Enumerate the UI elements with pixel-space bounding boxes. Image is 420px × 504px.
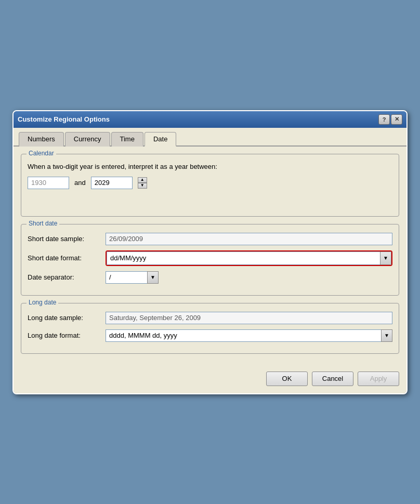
short-date-sample-label: Short date sample: (28, 235, 106, 243)
title-bar: Customize Regional Options ? ✕ (14, 111, 406, 128)
apply-button[interactable]: Apply (358, 372, 399, 386)
cancel-button[interactable]: Cancel (312, 372, 353, 386)
short-date-format-dropdown-highlighted: ▼ (106, 250, 392, 266)
calendar-group-label: Calendar (27, 150, 56, 157)
spinner-down-button[interactable]: ▼ (138, 183, 147, 189)
and-text: and (74, 179, 86, 187)
long-date-sample-label: Long date sample: (28, 314, 106, 322)
short-date-format-row: Short date format: ▼ (28, 250, 392, 266)
calendar-group-content: When a two-digit year is entered, interp… (28, 160, 392, 210)
spinner-up-button[interactable]: ▲ (138, 177, 147, 183)
short-date-format-dropdown-button[interactable]: ▼ (380, 251, 391, 265)
tab-date[interactable]: Date (145, 132, 176, 147)
tab-bar: Numbers Currency Time Date (14, 128, 406, 147)
title-bar-buttons: ? ✕ (378, 114, 402, 125)
long-date-format-row: Long date format: ▼ (28, 329, 392, 342)
long-date-sample-input (106, 312, 392, 324)
short-date-sample-row: Short date sample: (28, 233, 392, 245)
tab-currency[interactable]: Currency (65, 132, 110, 147)
short-date-sample-input (106, 233, 392, 245)
calendar-description: When a two-digit year is entered, interp… (28, 163, 392, 170)
date-separator-dropdown: ▼ (106, 271, 178, 284)
long-date-format-dropdown: ▼ (106, 329, 392, 342)
short-date-format-label: Short date format: (28, 254, 106, 262)
dialog-content: Calendar When a two-digit year is entere… (14, 147, 406, 366)
date-separator-label: Date separator: (28, 273, 106, 281)
calendar-group: Calendar When a two-digit year is entere… (21, 154, 399, 217)
short-date-format-input[interactable] (107, 251, 380, 265)
short-date-content: Short date sample: Short date format: ▼ … (28, 230, 392, 284)
dialog-title: Customize Regional Options (18, 115, 110, 123)
long-date-group: Long date Long date sample: Long date fo… (21, 303, 399, 354)
date-separator-dropdown-button[interactable]: ▼ (147, 271, 159, 284)
long-date-content: Long date sample: Long date format: ▼ (28, 309, 392, 342)
long-date-format-label: Long date format: (28, 331, 106, 339)
button-bar: OK Cancel Apply (14, 366, 406, 393)
date-separator-row: Date separator: ▼ (28, 271, 392, 284)
long-date-group-label: Long date (27, 299, 58, 306)
date-separator-input[interactable] (106, 271, 147, 284)
long-date-format-dropdown-button[interactable]: ▼ (381, 329, 392, 342)
short-date-group-label: Short date (27, 220, 59, 227)
year-range-row: and ▲ ▼ (28, 177, 392, 189)
close-button[interactable]: ✕ (391, 114, 402, 125)
ok-button[interactable]: OK (266, 372, 308, 386)
help-button[interactable]: ? (378, 114, 390, 125)
year-start-input[interactable] (28, 177, 69, 189)
tab-numbers[interactable]: Numbers (19, 132, 64, 147)
long-date-sample-row: Long date sample: (28, 312, 392, 324)
tab-time[interactable]: Time (111, 132, 143, 147)
long-date-format-input[interactable] (106, 329, 381, 342)
year-end-input[interactable] (91, 177, 133, 189)
dialog-window: Customize Regional Options ? ✕ Numbers C… (12, 110, 408, 394)
short-date-group: Short date Short date sample: Short date… (21, 224, 399, 296)
year-spinner: ▲ ▼ (138, 177, 147, 189)
